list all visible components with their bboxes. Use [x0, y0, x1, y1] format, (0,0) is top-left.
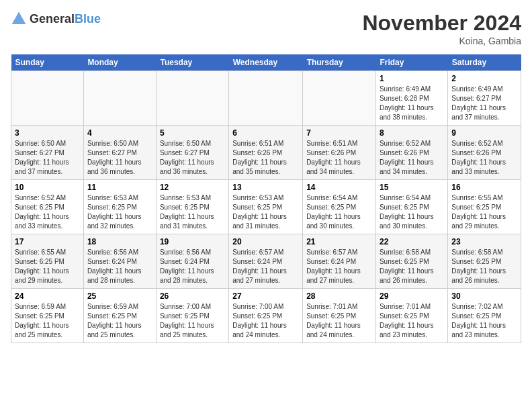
- column-header-wednesday: Wednesday: [229, 54, 303, 71]
- calendar-cell: 17Sunrise: 6:55 AM Sunset: 6:25 PM Dayli…: [11, 234, 84, 289]
- day-number: 26: [160, 291, 225, 301]
- day-info: Sunrise: 6:53 AM Sunset: 6:25 PM Dayligh…: [232, 193, 299, 231]
- day-number: 5: [160, 128, 225, 138]
- page-header: GeneralBlue November 2024 Koina, Gambia: [11, 11, 521, 46]
- day-info: Sunrise: 6:51 AM Sunset: 6:26 PM Dayligh…: [232, 139, 299, 177]
- calendar-cell: 28Sunrise: 7:01 AM Sunset: 6:25 PM Dayli…: [303, 289, 376, 343]
- day-info: Sunrise: 7:00 AM Sunset: 6:25 PM Dayligh…: [232, 302, 299, 340]
- column-header-saturday: Saturday: [448, 54, 521, 71]
- day-info: Sunrise: 6:59 AM Sunset: 6:25 PM Dayligh…: [87, 302, 152, 340]
- day-info: Sunrise: 6:49 AM Sunset: 6:27 PM Dayligh…: [451, 85, 517, 122]
- day-info: Sunrise: 6:57 AM Sunset: 6:24 PM Dayligh…: [306, 248, 372, 285]
- calendar-cell: 8Sunrise: 6:52 AM Sunset: 6:26 PM Daylig…: [375, 126, 447, 180]
- calendar-week-5: 24Sunrise: 6:59 AM Sunset: 6:25 PM Dayli…: [11, 289, 521, 343]
- day-info: Sunrise: 6:55 AM Sunset: 6:25 PM Dayligh…: [15, 248, 80, 285]
- day-info: Sunrise: 7:01 AM Sunset: 6:25 PM Dayligh…: [380, 302, 444, 340]
- day-info: Sunrise: 6:52 AM Sunset: 6:25 PM Dayligh…: [15, 193, 80, 231]
- day-number: 29: [380, 291, 444, 301]
- calendar-cell: 6Sunrise: 6:51 AM Sunset: 6:26 PM Daylig…: [229, 126, 303, 180]
- calendar-cell: 21Sunrise: 6:57 AM Sunset: 6:24 PM Dayli…: [303, 234, 376, 289]
- calendar-cell: 27Sunrise: 7:00 AM Sunset: 6:25 PM Dayli…: [229, 289, 303, 343]
- calendar-cell: 26Sunrise: 7:00 AM Sunset: 6:25 PM Dayli…: [156, 289, 228, 343]
- month-title: November 2024: [362, 11, 521, 36]
- day-info: Sunrise: 6:58 AM Sunset: 6:25 PM Dayligh…: [380, 248, 444, 285]
- day-info: Sunrise: 6:57 AM Sunset: 6:24 PM Dayligh…: [232, 248, 299, 285]
- calendar-cell: 30Sunrise: 7:02 AM Sunset: 6:25 PM Dayli…: [448, 289, 521, 343]
- day-info: Sunrise: 6:54 AM Sunset: 6:25 PM Dayligh…: [380, 193, 444, 231]
- svg-marker-0: [12, 12, 26, 24]
- calendar-cell: 23Sunrise: 6:58 AM Sunset: 6:25 PM Dayli…: [448, 234, 521, 289]
- calendar-cell: 14Sunrise: 6:54 AM Sunset: 6:25 PM Dayli…: [303, 180, 376, 234]
- day-info: Sunrise: 6:53 AM Sunset: 6:25 PM Dayligh…: [87, 193, 152, 231]
- calendar-week-4: 17Sunrise: 6:55 AM Sunset: 6:25 PM Dayli…: [11, 234, 521, 289]
- calendar-table: SundayMondayTuesdayWednesdayThursdayFrid…: [11, 54, 521, 343]
- day-number: 15: [380, 183, 444, 192]
- day-number: 28: [306, 291, 372, 301]
- day-number: 3: [15, 128, 80, 138]
- calendar-cell: [83, 71, 156, 126]
- day-number: 8: [380, 128, 444, 138]
- day-info: Sunrise: 6:51 AM Sunset: 6:26 PM Dayligh…: [306, 139, 372, 177]
- calendar-cell: 11Sunrise: 6:53 AM Sunset: 6:25 PM Dayli…: [83, 180, 156, 234]
- calendar-cell: 7Sunrise: 6:51 AM Sunset: 6:26 PM Daylig…: [303, 126, 376, 180]
- day-number: 23: [451, 237, 517, 246]
- column-header-monday: Monday: [83, 54, 156, 71]
- day-info: Sunrise: 7:00 AM Sunset: 6:25 PM Dayligh…: [160, 302, 225, 340]
- calendar-cell: 24Sunrise: 6:59 AM Sunset: 6:25 PM Dayli…: [11, 289, 84, 343]
- day-number: 21: [306, 237, 372, 246]
- day-number: 12: [160, 183, 225, 192]
- day-number: 4: [87, 128, 152, 138]
- day-number: 25: [87, 291, 152, 301]
- day-info: Sunrise: 7:01 AM Sunset: 6:25 PM Dayligh…: [306, 302, 372, 340]
- calendar-cell: [156, 71, 228, 126]
- calendar-cell: 18Sunrise: 6:56 AM Sunset: 6:24 PM Dayli…: [83, 234, 156, 289]
- column-header-tuesday: Tuesday: [156, 54, 228, 71]
- logo-blue: Blue: [75, 12, 101, 26]
- calendar-cell: 19Sunrise: 6:56 AM Sunset: 6:24 PM Dayli…: [156, 234, 228, 289]
- day-info: Sunrise: 6:59 AM Sunset: 6:25 PM Dayligh…: [15, 302, 80, 340]
- day-info: Sunrise: 6:53 AM Sunset: 6:25 PM Dayligh…: [160, 193, 225, 231]
- calendar-header-row: SundayMondayTuesdayWednesdayThursdayFrid…: [11, 54, 521, 71]
- day-number: 24: [15, 291, 80, 301]
- location: Koina, Gambia: [362, 36, 521, 46]
- day-number: 9: [451, 128, 517, 138]
- day-number: 18: [87, 237, 152, 246]
- logo-icon: [11, 11, 27, 27]
- calendar-cell: 29Sunrise: 7:01 AM Sunset: 6:25 PM Dayli…: [375, 289, 447, 343]
- day-number: 10: [15, 183, 80, 192]
- column-header-sunday: Sunday: [11, 54, 84, 71]
- day-info: Sunrise: 6:50 AM Sunset: 6:27 PM Dayligh…: [87, 139, 152, 177]
- day-number: 27: [232, 291, 299, 301]
- calendar-cell: 4Sunrise: 6:50 AM Sunset: 6:27 PM Daylig…: [83, 126, 156, 180]
- calendar-week-2: 3Sunrise: 6:50 AM Sunset: 6:27 PM Daylig…: [11, 126, 521, 180]
- calendar-cell: 9Sunrise: 6:52 AM Sunset: 6:26 PM Daylig…: [448, 126, 521, 180]
- day-number: 14: [306, 183, 372, 192]
- day-info: Sunrise: 6:56 AM Sunset: 6:24 PM Dayligh…: [87, 248, 152, 285]
- calendar-cell: 3Sunrise: 6:50 AM Sunset: 6:27 PM Daylig…: [11, 126, 84, 180]
- calendar-cell: 25Sunrise: 6:59 AM Sunset: 6:25 PM Dayli…: [83, 289, 156, 343]
- day-info: Sunrise: 6:50 AM Sunset: 6:27 PM Dayligh…: [15, 139, 80, 177]
- calendar-cell: 22Sunrise: 6:58 AM Sunset: 6:25 PM Dayli…: [375, 234, 447, 289]
- day-info: Sunrise: 6:56 AM Sunset: 6:24 PM Dayligh…: [160, 248, 225, 285]
- day-number: 1: [380, 74, 444, 83]
- calendar-cell: 10Sunrise: 6:52 AM Sunset: 6:25 PM Dayli…: [11, 180, 84, 234]
- logo: GeneralBlue: [11, 11, 101, 27]
- day-number: 16: [451, 183, 517, 192]
- calendar-cell: 2Sunrise: 6:49 AM Sunset: 6:27 PM Daylig…: [448, 71, 521, 126]
- day-number: 20: [232, 237, 299, 246]
- day-number: 2: [451, 74, 517, 83]
- calendar-cell: 20Sunrise: 6:57 AM Sunset: 6:24 PM Dayli…: [229, 234, 303, 289]
- day-info: Sunrise: 6:52 AM Sunset: 6:26 PM Dayligh…: [380, 139, 444, 177]
- calendar-cell: 13Sunrise: 6:53 AM Sunset: 6:25 PM Dayli…: [229, 180, 303, 234]
- calendar-cell: 12Sunrise: 6:53 AM Sunset: 6:25 PM Dayli…: [156, 180, 228, 234]
- day-number: 17: [15, 237, 80, 246]
- day-info: Sunrise: 7:02 AM Sunset: 6:25 PM Dayligh…: [451, 302, 517, 340]
- day-number: 13: [232, 183, 299, 192]
- day-info: Sunrise: 6:52 AM Sunset: 6:26 PM Dayligh…: [451, 139, 517, 177]
- day-number: 30: [451, 291, 517, 301]
- day-number: 19: [160, 237, 225, 246]
- title-area: November 2024 Koina, Gambia: [362, 11, 521, 46]
- day-number: 7: [306, 128, 372, 138]
- calendar-week-1: 1Sunrise: 6:49 AM Sunset: 6:28 PM Daylig…: [11, 71, 521, 126]
- day-number: 6: [232, 128, 299, 138]
